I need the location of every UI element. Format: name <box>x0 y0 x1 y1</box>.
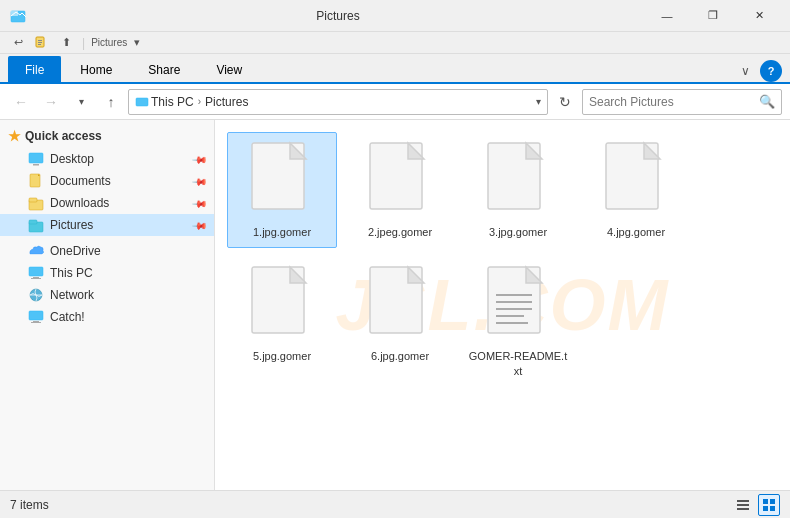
path-pictures[interactable]: Pictures <box>205 95 248 109</box>
sidebar-documents-label: Documents <box>50 174 111 188</box>
file-icon-1 <box>248 141 316 221</box>
svg-rect-36 <box>737 508 749 510</box>
path-thispc-label: This PC <box>151 95 194 109</box>
sidebar-desktop-label: Desktop <box>50 152 94 166</box>
file-item[interactable]: GOMER-README.txt <box>463 256 573 387</box>
file-name-3: 3.jpg.gomer <box>489 225 547 239</box>
list-view-button[interactable] <box>732 494 754 516</box>
svg-rect-13 <box>29 220 37 224</box>
large-icon-view-button[interactable] <box>758 494 780 516</box>
downloads-icon <box>28 195 44 211</box>
sidebar-catch-label: Catch! <box>50 310 85 324</box>
pin-documents-icon: 📌 <box>192 173 208 189</box>
path-thispc[interactable]: This PC <box>135 95 194 109</box>
search-input[interactable] <box>589 95 755 109</box>
svg-rect-6 <box>136 98 148 106</box>
maximize-button[interactable]: ❐ <box>690 0 736 32</box>
help-button[interactable]: ? <box>760 60 782 82</box>
sidebar-thispc-label: This PC <box>50 266 93 280</box>
file-icon-3 <box>484 141 552 221</box>
file-icon-4 <box>602 141 670 221</box>
sidebar-item-network[interactable]: Network <box>0 284 214 306</box>
back-button[interactable]: ← <box>8 89 34 115</box>
sidebar-item-onedrive[interactable]: OneDrive <box>0 240 214 262</box>
sidebar-item-catch[interactable]: Catch! <box>0 306 214 328</box>
sidebar-downloads-label: Downloads <box>50 196 109 210</box>
sidebar-item-desktop[interactable]: Desktop 📌 <box>0 148 214 170</box>
svg-rect-37 <box>763 499 768 504</box>
file-area: JSL.COM 1.jpg.gomer 2.jpeg.gomer <box>215 120 790 490</box>
documents-icon <box>28 173 44 189</box>
star-icon: ★ <box>8 128 21 144</box>
file-item[interactable]: 3.jpg.gomer <box>463 132 573 248</box>
svg-rect-8 <box>33 164 39 166</box>
tab-home[interactable]: Home <box>63 56 129 82</box>
sidebar-item-pictures[interactable]: Pictures 📌 <box>0 214 214 236</box>
pin-icon: 📌 <box>192 151 208 167</box>
close-button[interactable]: ✕ <box>736 0 782 32</box>
window-title: Pictures <box>32 9 644 23</box>
qt-label: Pictures <box>91 37 127 48</box>
svg-rect-40 <box>770 506 775 511</box>
svg-rect-38 <box>770 499 775 504</box>
file-name-4: 4.jpg.gomer <box>607 225 665 239</box>
qt-dropdown-icon[interactable]: ▾ <box>131 34 143 52</box>
tab-file[interactable]: File <box>8 56 61 82</box>
onedrive-icon <box>28 243 44 259</box>
search-box[interactable]: 🔍 <box>582 89 782 115</box>
file-item[interactable]: 1.jpg.gomer <box>227 132 337 248</box>
quick-access-label: Quick access <box>25 129 102 143</box>
sidebar-network-label: Network <box>50 288 94 302</box>
quick-access-toolbar: ↩ ⬆ | Pictures ▾ <box>0 32 790 54</box>
sidebar-item-documents[interactable]: Documents 📌 <box>0 170 214 192</box>
svg-rect-21 <box>31 322 41 323</box>
search-icon[interactable]: 🔍 <box>759 94 775 109</box>
sidebar-item-thispc[interactable]: This PC <box>0 262 214 284</box>
main-content: ★ Quick access Desktop 📌 Documents 📌 Dow… <box>0 120 790 490</box>
svg-rect-4 <box>38 42 42 43</box>
quick-access-header[interactable]: ★ Quick access <box>0 124 214 148</box>
title-bar: Pictures — ❐ ✕ <box>0 0 790 32</box>
up-button[interactable]: ↑ <box>98 89 124 115</box>
sidebar-item-downloads[interactable]: Downloads 📌 <box>0 192 214 214</box>
svg-rect-39 <box>763 506 768 511</box>
svg-rect-14 <box>29 267 43 276</box>
svg-rect-16 <box>31 278 41 279</box>
file-item[interactable]: 5.jpg.gomer <box>227 256 337 387</box>
qt-up-icon[interactable]: ⬆ <box>56 34 76 52</box>
file-item[interactable]: 2.jpeg.gomer <box>345 132 455 248</box>
thispc-icon <box>28 265 44 281</box>
qt-back-icon[interactable]: ↩ <box>8 34 28 52</box>
svg-rect-19 <box>29 311 43 320</box>
file-item[interactable]: 6.jpg.gomer <box>345 256 455 387</box>
status-bar: 7 items <box>0 490 790 518</box>
file-name-6: 6.jpg.gomer <box>371 349 429 363</box>
file-item[interactable]: 4.jpg.gomer <box>581 132 691 248</box>
tab-share[interactable]: Share <box>131 56 197 82</box>
pin-pictures-icon: 📌 <box>192 217 208 233</box>
path-pictures-label: Pictures <box>205 95 248 109</box>
path-dropdown-icon[interactable]: ▾ <box>536 96 541 107</box>
ribbon-collapse-icon[interactable]: ∨ <box>734 60 756 82</box>
file-name-5: 5.jpg.gomer <box>253 349 311 363</box>
catch-icon <box>28 309 44 325</box>
file-icon-2 <box>366 141 434 221</box>
forward-button[interactable]: → <box>38 89 64 115</box>
file-name-1: 1.jpg.gomer <box>253 225 311 239</box>
refresh-button[interactable]: ↻ <box>552 89 578 115</box>
address-path[interactable]: This PC › Pictures ▾ <box>128 89 548 115</box>
file-name-2: 2.jpeg.gomer <box>368 225 432 239</box>
file-icon-7 <box>484 265 552 345</box>
dropdown-recent-button[interactable]: ▾ <box>68 89 94 115</box>
svg-rect-34 <box>737 500 749 502</box>
app-icon <box>8 6 28 26</box>
svg-rect-3 <box>38 40 42 41</box>
minimize-button[interactable]: — <box>644 0 690 32</box>
svg-rect-7 <box>29 153 43 163</box>
sidebar-onedrive-label: OneDrive <box>50 244 101 258</box>
qt-properties-icon[interactable] <box>32 34 52 52</box>
sidebar: ★ Quick access Desktop 📌 Documents 📌 Dow… <box>0 120 215 490</box>
tab-view[interactable]: View <box>199 56 259 82</box>
pictures-icon <box>28 217 44 233</box>
pin-downloads-icon: 📌 <box>192 195 208 211</box>
